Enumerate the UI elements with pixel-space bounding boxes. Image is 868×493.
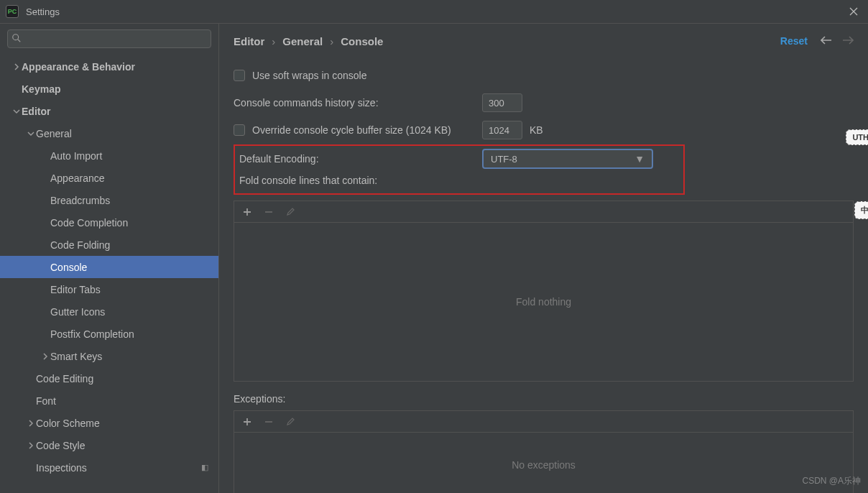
settings-body: Use soft wraps in console Console comman…: [219, 58, 868, 493]
encoding-value: UTF-8: [491, 154, 517, 165]
tree-item-label: Smart Keys: [50, 351, 102, 362]
svg-point-0: [13, 34, 19, 40]
tree-item-color-scheme[interactable]: Color Scheme: [0, 412, 218, 434]
tree-item-label: Code Editing: [36, 373, 93, 384]
breadcrumb: Editor › General › Console: [234, 35, 383, 47]
tree-item-appearance-behavior[interactable]: Appearance & Behavior: [0, 55, 218, 78]
pencil-icon: [286, 208, 295, 216]
remove-button[interactable]: [264, 418, 273, 426]
tree-item-appearance[interactable]: Appearance: [0, 167, 218, 189]
exceptions-list-body: No exceptions: [234, 432, 854, 493]
sidebar: Appearance & BehaviorKeymapEditorGeneral…: [0, 23, 218, 493]
breadcrumb-segment[interactable]: Editor: [234, 35, 264, 47]
fold-list-toolbar: [234, 201, 854, 222]
tree-item-general[interactable]: General: [0, 122, 218, 144]
settings-tree: Appearance & BehaviorKeymapEditorGeneral…: [0, 54, 218, 493]
breadcrumb-segment: Console: [341, 35, 383, 47]
tree-item-label: Color Scheme: [36, 418, 100, 429]
back-button[interactable]: [821, 35, 832, 47]
fold-lines-label: Fold console lines that contain:: [239, 175, 679, 186]
fold-list: Fold nothing: [234, 201, 854, 382]
tree-item-label: Auto Import: [50, 150, 102, 162]
titlebar: PC Settings: [0, 0, 868, 23]
soft-wraps-checkbox[interactable]: [234, 70, 245, 81]
add-button[interactable]: [243, 418, 251, 426]
soft-wraps-row: Use soft wraps in console: [234, 63, 854, 88]
history-size-input[interactable]: [482, 93, 522, 112]
history-size-row: Console commands history size:: [234, 90, 854, 116]
tree-item-label: Editor Tabs: [50, 284, 101, 295]
tree-item-label: Breadcrumbs: [50, 195, 110, 206]
app-icon: PC: [6, 5, 19, 18]
exceptions-list-toolbar: [234, 410, 854, 432]
tree-item-code-editing[interactable]: Code Editing: [0, 367, 218, 390]
override-buffer-label: Override console cycle buffer size (1024…: [252, 124, 482, 136]
remove-button[interactable]: [264, 208, 273, 216]
plus-icon: [243, 418, 251, 426]
chevron-down-icon: ▼: [634, 153, 645, 165]
edge-badge: UTH: [846, 129, 868, 145]
chevron-icon: [40, 353, 50, 360]
edit-button[interactable]: [286, 418, 295, 426]
encoding-select[interactable]: UTF-8 ▼: [482, 149, 653, 169]
nav-arrows: [821, 35, 854, 47]
tree-item-code-folding[interactable]: Code Folding: [0, 234, 218, 256]
tree-item-auto-import[interactable]: Auto Import: [0, 144, 218, 167]
exceptions-empty-text: No exceptions: [512, 459, 576, 471]
tree-item-label: Code Completion: [50, 217, 128, 229]
chevron-right-icon: ›: [330, 35, 333, 47]
tree-item-label: Console: [50, 262, 87, 273]
search-container: [7, 29, 211, 48]
tree-item-smart-keys[interactable]: Smart Keys: [0, 345, 218, 367]
search-icon: [11, 33, 22, 45]
tree-item-postfix-completion[interactable]: Postfix Completion: [0, 323, 218, 345]
arrow-left-icon: [821, 36, 832, 45]
chevron-right-icon: ›: [272, 35, 275, 47]
override-buffer-checkbox[interactable]: [234, 124, 245, 136]
tree-item-label: Inspections: [36, 462, 87, 474]
tree-item-font[interactable]: Font: [0, 390, 218, 412]
tree-item-editor[interactable]: Editor: [0, 100, 218, 122]
content-header: Editor › General › Console Reset: [219, 24, 868, 58]
watermark: CSDN @A乐神: [802, 475, 861, 487]
encoding-row: Default Encoding: UTF-8 ▼: [239, 149, 679, 169]
tree-item-breadcrumbs[interactable]: Breadcrumbs: [0, 189, 218, 211]
tree-item-inspections[interactable]: Inspections◧: [0, 456, 218, 479]
tree-item-label: Code Folding: [50, 239, 110, 251]
encoding-highlight: Default Encoding: UTF-8 ▼ Fold console l…: [234, 144, 685, 195]
chevron-icon: [11, 63, 22, 70]
close-button[interactable]: [845, 3, 862, 20]
tree-item-label: Appearance & Behavior: [22, 61, 135, 73]
tree-item-code-completion[interactable]: Code Completion: [0, 211, 218, 234]
tree-item-gutter-icons[interactable]: Gutter Icons: [0, 300, 218, 323]
breadcrumb-segment[interactable]: General: [282, 35, 323, 47]
pencil-icon: [286, 418, 295, 426]
tree-item-label: Gutter Icons: [50, 306, 105, 318]
override-buffer-input[interactable]: [482, 121, 522, 139]
tree-item-console[interactable]: Console: [0, 256, 218, 278]
arrow-right-icon: [842, 36, 854, 45]
forward-button[interactable]: [842, 35, 854, 47]
tree-item-label: Appearance: [50, 172, 105, 184]
reset-link[interactable]: Reset: [780, 35, 808, 47]
tree-item-label: Font: [36, 395, 56, 407]
edge-badge: 中: [854, 201, 868, 219]
tree-item-label: Postfix Completion: [50, 328, 134, 340]
add-button[interactable]: [243, 208, 251, 216]
tree-item-label: Keymap: [22, 83, 60, 95]
plus-icon: [243, 208, 251, 216]
tree-item-label: Code Style: [36, 440, 85, 451]
override-buffer-row: Override console cycle buffer size (1024…: [234, 117, 854, 143]
edit-button[interactable]: [286, 208, 295, 216]
minus-icon: [264, 418, 273, 426]
encoding-label: Default Encoding:: [239, 153, 482, 165]
chevron-icon: [11, 108, 22, 115]
history-size-label: Console commands history size:: [234, 97, 482, 109]
search-input[interactable]: [7, 29, 211, 48]
tree-item-label: General: [36, 128, 72, 139]
tree-item-keymap[interactable]: Keymap: [0, 78, 218, 100]
tree-item-code-style[interactable]: Code Style: [0, 434, 218, 456]
separate-window-icon: ◧: [201, 463, 208, 472]
content-panel: Editor › General › Console Reset Use sof: [218, 23, 868, 493]
tree-item-editor-tabs[interactable]: Editor Tabs: [0, 278, 218, 300]
